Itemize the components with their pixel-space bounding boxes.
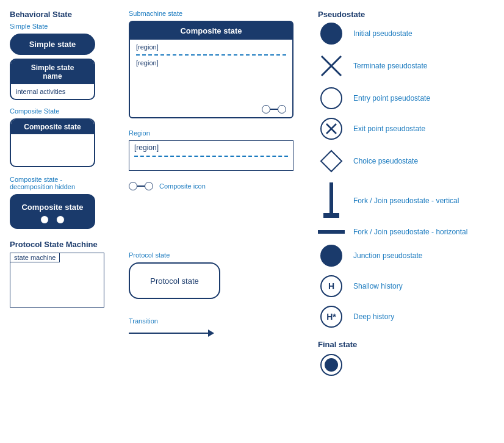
deep-label: Deep history	[353, 312, 494, 321]
svg-marker-4	[321, 151, 342, 171]
submachine-subtitle: Submachine state	[129, 10, 312, 17]
protocol-state-label: Protocol state	[150, 276, 199, 286]
composite-state-header: Composite state	[11, 120, 94, 134]
composite-link-icon	[40, 215, 65, 224]
pseudo-item-final	[318, 354, 494, 376]
ci-link-bar	[137, 185, 145, 187]
exit-icon	[320, 118, 342, 140]
pseudo-item-junction: Junction pseudostate	[318, 245, 494, 267]
entry-label: Entry point pseudostate	[353, 94, 494, 103]
pseudo-item-entry: Entry point pseudostate	[318, 87, 494, 109]
shallow-icon: H	[318, 275, 345, 297]
exit-x-svg	[325, 122, 338, 135]
junction-circle	[320, 245, 342, 267]
fork-v-label: Fork / Join pseudostate - vertical	[353, 196, 494, 205]
final-outer-circle	[320, 354, 342, 376]
composite-state-subtitle: Composite State	[10, 107, 123, 115]
terminate-icon-wrap	[318, 53, 345, 79]
deep-h-circle: H*	[320, 306, 342, 328]
protocol-machine-title: Protocol State Machine	[10, 240, 123, 249]
choice-label: Choice pseudostate	[353, 157, 494, 165]
comp-circle-left	[40, 215, 49, 224]
transition-arrow	[208, 330, 214, 337]
ci-circle-right	[145, 182, 153, 190]
pseudostate-title: Pseudostate	[318, 10, 494, 19]
submachine-box: Composite state [region] [region]	[129, 21, 293, 118]
submachine-composite-icon	[262, 105, 286, 113]
pseudo-item-shallow: H Shallow history	[318, 275, 494, 297]
terminate-label: Terminate pseudostate	[353, 62, 494, 70]
behavioral-state-title: Behavioral State	[10, 10, 123, 19]
fork-v-icon	[318, 182, 345, 219]
initial-label: Initial pseudostate	[353, 29, 494, 38]
simple-state-named: Simple statename internal activities	[10, 59, 95, 100]
composite-icon-label: Composite icon	[159, 182, 206, 190]
region-dashed-line	[134, 156, 288, 157]
terminate-svg	[319, 53, 344, 79]
composite-hidden-box: Composite state	[10, 194, 95, 229]
final-inner-circle	[325, 358, 338, 372]
composite-link-display	[129, 182, 153, 190]
protocol-machine-tab: state machine	[10, 253, 60, 262]
final-state-icon	[318, 354, 345, 376]
junction-label: Junction pseudostate	[353, 251, 494, 260]
simple-state-name-label: Simple statename	[11, 60, 94, 84]
pseudo-item-deep: H* Deep history	[318, 306, 494, 328]
initial-icon	[318, 23, 345, 45]
region-box: [region]	[129, 140, 293, 171]
sm-comp-circle-right	[278, 105, 286, 113]
sm-comp-circle-left	[262, 105, 270, 113]
composite-hidden-label: Composite state	[21, 203, 83, 212]
submachine-region1: [region]	[130, 40, 292, 54]
transition-subtitle: Transition	[129, 317, 312, 325]
transition-row	[129, 330, 312, 337]
svg-rect-6	[323, 213, 339, 218]
protocol-state-box: Protocol state	[129, 262, 220, 299]
fork-h-label: Fork / Join pseudostate - horizontal	[353, 228, 494, 236]
fork-v-svg	[319, 182, 344, 219]
composite-state-box: Composite state	[10, 118, 95, 167]
choice-diamond-svg	[319, 148, 344, 174]
region-label: [region]	[134, 143, 288, 152]
protocol-state-subtitle: Protocol state	[129, 251, 312, 259]
submachine-header: Composite state	[130, 22, 292, 40]
composite-icon-section: Composite icon	[129, 182, 312, 190]
shallow-label: Shallow history	[353, 282, 494, 290]
deep-icon: H*	[318, 306, 345, 328]
composite-hidden-icon-row	[16, 215, 89, 224]
pseudo-item-initial: Initial pseudostate	[318, 23, 494, 45]
ci-circle-left	[129, 182, 137, 190]
sm-comp-link-bar	[270, 109, 278, 110]
svg-rect-5	[329, 182, 333, 213]
simple-state-activities: internal activities	[11, 84, 94, 99]
submachine-region2: [region]	[130, 56, 292, 70]
comp-circle-right	[56, 215, 65, 224]
fork-h-icon	[318, 230, 345, 234]
pseudo-item-exit: Exit point pseudostate	[318, 118, 494, 140]
junction-icon	[318, 245, 345, 267]
comp-link-bar	[49, 219, 56, 220]
exit-label: Exit point pseudostate	[353, 124, 494, 133]
protocol-machine-box: state machine	[10, 253, 104, 308]
pseudo-item-choice: Choice pseudostate	[318, 148, 494, 174]
choice-icon	[318, 148, 345, 174]
pseudo-item-fork-h: Fork / Join pseudostate - horizontal	[318, 228, 494, 236]
simple-state-subtitle: Simple State	[10, 23, 123, 30]
composite-hidden-subtitle: Composite state -decomposition hidden	[10, 176, 123, 190]
shallow-h-circle: H	[320, 275, 342, 297]
pseudostate-list: Initial pseudostate Terminate pseudostat…	[318, 23, 494, 328]
transition-line	[129, 333, 208, 334]
exit-icon-wrap	[318, 118, 345, 140]
region-subtitle: Region	[129, 129, 312, 137]
simple-state-1: Simple state	[10, 34, 95, 55]
pseudo-item-terminate: Terminate pseudostate	[318, 53, 494, 79]
submachine-icon-row	[262, 105, 286, 113]
entry-icon	[318, 87, 345, 109]
final-state-title: Final state	[318, 340, 494, 349]
initial-circle	[320, 23, 342, 45]
pseudo-item-fork-v: Fork / Join pseudostate - vertical	[318, 182, 494, 219]
entry-circle	[320, 87, 342, 109]
fork-h-bar	[318, 230, 345, 234]
